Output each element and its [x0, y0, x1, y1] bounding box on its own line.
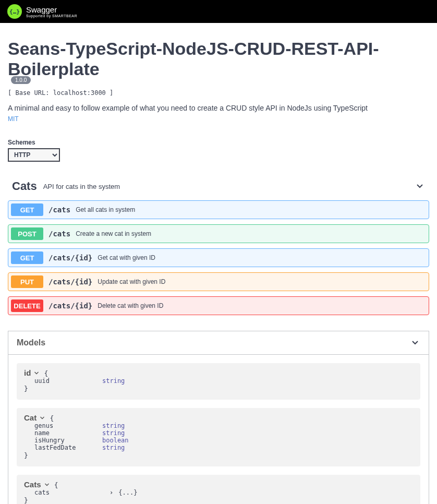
models-title: Models: [17, 338, 410, 347]
model-name[interactable]: Cats: [24, 480, 51, 489]
model-Cat[interactable]: Cat {genusstringnamestringisHungryboolea…: [17, 408, 420, 466]
prop-type: string: [102, 377, 125, 385]
model-prop: isHungryboolean: [34, 437, 413, 444]
chevron-down-icon: [410, 338, 420, 348]
prop-type: string: [102, 429, 125, 437]
info-section: Seans-TypeScript-NodeJS-CRUD-REST-API-Bo…: [0, 23, 437, 134]
model-name[interactable]: id: [24, 368, 40, 377]
models-header[interactable]: Models: [8, 331, 429, 355]
model-prop: cats›{...}: [34, 489, 413, 496]
operation-delete-4[interactable]: DELETE/cats/{id}Delete cat with given ID: [8, 296, 429, 315]
operation-summary: Create a new cat in system: [76, 230, 151, 237]
operations-list: GET/catsGet all cats in systemPOST/catsC…: [8, 200, 429, 315]
model-prop: uuidstring: [34, 377, 413, 385]
operation-get-0[interactable]: GET/catsGet all cats in system: [8, 200, 429, 219]
operation-summary: Get all cats in system: [76, 206, 135, 213]
operation-put-3[interactable]: PUT/cats/{id}Update cat with given ID: [8, 272, 429, 291]
api-title: Seans-TypeScript-NodeJS-CRUD-REST-API-Bo…: [8, 39, 429, 79]
expand-arrow-icon[interactable]: ›: [110, 489, 113, 496]
model-prop: namestring: [34, 429, 413, 437]
prop-nested: {...}: [118, 489, 137, 496]
tag-name: Cats: [12, 179, 37, 193]
model-name[interactable]: Cat: [24, 413, 46, 422]
prop-type: string: [102, 444, 125, 451]
prop-name: cats: [34, 489, 102, 496]
operation-path: /cats: [48, 206, 70, 214]
prop-name: isHungry: [34, 437, 102, 444]
operation-path: /cats/{id}: [48, 278, 92, 286]
tag-header-cats[interactable]: Cats API for cats in the system: [8, 172, 429, 200]
operation-path: /cats: [48, 230, 70, 238]
schemes-section: Schemes HTTP: [0, 134, 437, 172]
scheme-select[interactable]: HTTP: [8, 148, 60, 162]
method-badge: GET: [11, 251, 43, 264]
method-badge: DELETE: [11, 299, 43, 312]
logo-sub-text: Supported by SMARTBEAR: [26, 14, 77, 18]
swagger-logo[interactable]: {…} Swagger Supported by SMARTBEAR: [7, 4, 77, 19]
base-url: [ Base URL: localhost:3000 ]: [8, 89, 429, 97]
operation-get-2[interactable]: GET/cats/{id}Get cat with given ID: [8, 248, 429, 267]
api-description: A minimal and easy to follow example of …: [8, 104, 429, 112]
version-badge: 1.0.0: [11, 76, 31, 84]
operation-summary: Get cat with given ID: [98, 254, 155, 261]
swagger-logo-icon: {…}: [7, 4, 22, 19]
operation-summary: Delete cat with given ID: [98, 302, 163, 309]
license-link[interactable]: MIT: [8, 115, 19, 123]
prop-type: string: [102, 422, 125, 429]
prop-type: boolean: [102, 437, 129, 444]
schemes-label: Schemes: [8, 139, 429, 146]
tag-description: API for cats in the system: [43, 183, 415, 190]
model-prop: lastFedDatestring: [34, 444, 413, 451]
operation-path: /cats/{id}: [48, 254, 92, 262]
model-prop: genusstring: [34, 422, 413, 429]
prop-name: genus: [34, 422, 102, 429]
method-badge: PUT: [11, 275, 43, 288]
operation-summary: Update cat with given ID: [98, 278, 165, 285]
model-id[interactable]: id {uuidstring}: [17, 363, 420, 400]
operation-path: /cats/{id}: [48, 302, 92, 310]
operation-post-1[interactable]: POST/catsCreate a new cat in system: [8, 224, 429, 243]
model-Cats[interactable]: Cats {cats›{...}}: [17, 475, 420, 504]
prop-name: lastFedDate: [34, 444, 102, 451]
prop-name: name: [34, 429, 102, 437]
prop-name: uuid: [34, 377, 102, 385]
chevron-down-icon: [415, 181, 425, 191]
models-body: id {uuidstring}Cat {genusstringnamestrin…: [8, 355, 429, 504]
topbar: {…} Swagger Supported by SMARTBEAR: [0, 0, 437, 23]
method-badge: POST: [11, 227, 43, 240]
method-badge: GET: [11, 203, 43, 216]
logo-main-text: Swagger: [26, 5, 77, 14]
